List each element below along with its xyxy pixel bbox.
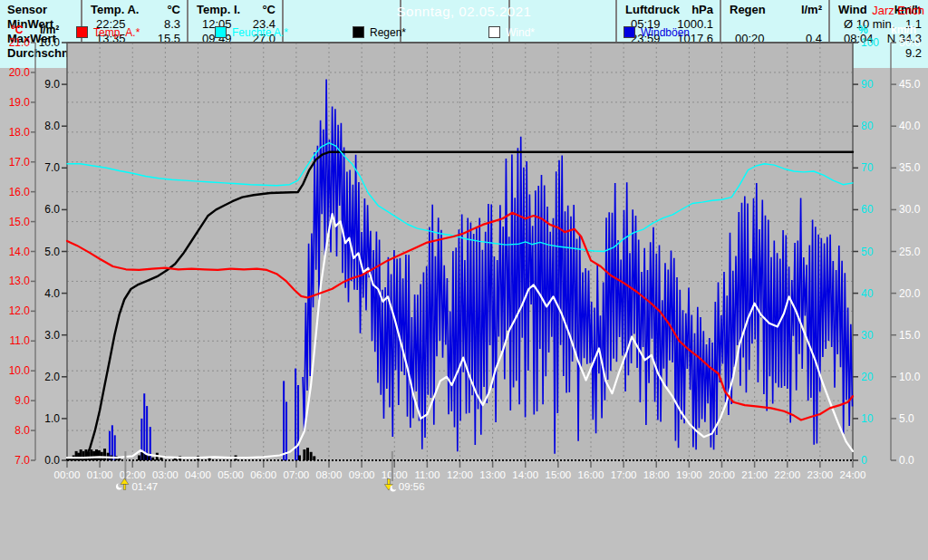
humidity-axis-unit: %	[858, 24, 868, 36]
rain-rate-bar	[95, 449, 98, 460]
wind-axis-unit: km/h	[891, 24, 916, 36]
axis-tick-label: 21:00	[741, 469, 768, 480]
axis-tick-label: 70	[861, 161, 874, 174]
axis-tick-label: 10	[861, 412, 874, 425]
axis-tick-label: 8.0	[44, 120, 60, 132]
rain-axis-unit: l/m²	[40, 24, 59, 36]
axis-tick-label: 17:00	[611, 469, 637, 480]
axis-tick-label: 14:00	[512, 469, 538, 480]
weather-app-screen: 21.020.019.018.017.016.015.014.013.012.0…	[0, 0, 928, 560]
rise-arrow-stem	[123, 485, 126, 490]
axis-tick-label: 5.0	[44, 246, 60, 258]
axis-tick-label: 01:00	[87, 469, 113, 480]
rain-rate-bar	[303, 449, 305, 460]
axis-tick-label: 30	[861, 329, 874, 342]
axis-tick-label: 50	[861, 246, 874, 258]
legend-label: Wind*	[506, 26, 535, 39]
axis-tick-label: 0.0	[899, 454, 914, 467]
axis-tick-label: 15:00	[545, 469, 571, 480]
legend-swatch	[624, 26, 635, 38]
axis-tick-label: 50.0	[899, 36, 921, 49]
axis-tick-label: 08:00	[316, 469, 343, 480]
axis-tick-label: 17.0	[9, 156, 31, 169]
axis-tick-label: 20.0	[899, 287, 921, 300]
legend-swatch	[488, 26, 500, 38]
marker-time-label: 09:56	[399, 481, 425, 492]
axis-tick-label: 30.0	[899, 203, 921, 216]
legend-swatch	[353, 26, 364, 38]
axis-tick-label: 8.0	[14, 424, 30, 437]
axis-tick-label: 11:00	[414, 469, 440, 480]
legend-item: Regen*	[353, 26, 406, 38]
axis-tick-label: 02:00	[120, 469, 146, 480]
legend-swatch	[215, 26, 227, 38]
axis-tick-label: 03:00	[152, 469, 179, 480]
legend-item: Temp. A.*	[76, 26, 140, 38]
axis-tick-label: 10.0	[9, 364, 31, 377]
set-arrow-stem	[388, 479, 391, 485]
legend-item: Wind*	[488, 26, 535, 38]
axis-tick-label: 90	[861, 78, 874, 91]
axis-tick-label: 4.0	[44, 287, 60, 300]
temp-axis-unit: °C	[11, 24, 23, 36]
axis-tick-label: 7.0	[44, 161, 60, 174]
legend-label: Regen*	[370, 26, 406, 39]
axis-tick-label: 45.0	[899, 78, 921, 91]
axis-tick-label: 18:00	[643, 469, 670, 480]
rain-rate-bar	[138, 455, 140, 460]
axis-tick-label: 9.0	[44, 78, 60, 91]
axis-tick-label: 10.0	[39, 36, 61, 49]
axis-tick-label: 13:00	[479, 469, 506, 480]
axis-tick-label: 14.0	[9, 246, 31, 258]
axis-tick-label: 00:00	[54, 469, 81, 480]
axis-tick-label: 80	[861, 120, 874, 132]
axis-tick-label: 16:00	[578, 469, 604, 480]
rain-rate-bar	[313, 456, 315, 460]
axis-tick-label: 60	[861, 203, 874, 216]
axis-tick-label: 5.0	[899, 412, 914, 425]
axis-tick-label: 12.0	[9, 304, 31, 317]
axis-tick-label: 12:00	[447, 469, 473, 480]
axis-tick-label: 05:00	[218, 469, 244, 480]
rain-rate-bar	[148, 456, 150, 460]
axis-tick-label: 09:00	[349, 469, 375, 480]
axis-tick-label: 19:00	[676, 469, 702, 480]
axis-tick-label: 20	[861, 371, 874, 383]
axis-tick-label: 21.0	[9, 36, 31, 49]
axis-tick-label: 7.0	[14, 454, 30, 467]
axis-tick-label: 100	[861, 36, 879, 49]
axis-tick-label: 9.0	[14, 394, 30, 407]
legend-label: Windböen	[641, 26, 690, 39]
rain-rate-bar	[141, 452, 144, 460]
axis-tick-label: 22:00	[774, 469, 800, 480]
axis-tick-label: 1.0	[44, 412, 60, 425]
axis-tick-label: 0	[861, 454, 867, 467]
rain-rate-bar	[151, 458, 154, 460]
legend-item: Feuchte A.*	[215, 26, 288, 38]
axis-tick-label: 20.0	[9, 66, 31, 79]
axis-tick-label: 40	[861, 287, 874, 300]
moon-icon-shadow	[392, 485, 398, 490]
legend-label: Temp. A.*	[93, 26, 140, 39]
axis-tick-label: 24:00	[840, 469, 866, 480]
weather-chart: 21.020.019.018.017.016.015.014.013.012.0…	[0, 0, 928, 492]
axis-tick-label: 2.0	[44, 371, 60, 383]
rain-rate-bar	[92, 451, 95, 460]
legend-item: Windböen	[624, 26, 690, 38]
rain-rate-bar	[103, 449, 106, 460]
rain-rate-bar	[298, 455, 301, 460]
axis-tick-label: 04:00	[185, 469, 211, 480]
rain-rate-bar	[310, 452, 313, 460]
axis-tick-label: 20:00	[709, 469, 735, 480]
axis-tick-label: 10:00	[382, 469, 408, 480]
axis-tick-label: 23:00	[807, 469, 833, 480]
axis-tick-label: 10.0	[899, 371, 921, 383]
axis-tick-label: 19.0	[9, 96, 31, 109]
rain-rate-bar	[98, 450, 101, 460]
axis-tick-label: 11.0	[10, 334, 31, 347]
legend-swatch	[76, 26, 88, 38]
station-owner-label: Jarz Erich	[872, 4, 924, 17]
axis-tick-label: 3.0	[44, 329, 60, 342]
page-title: Sonntag, 02.05.2021	[0, 4, 928, 19]
axis-tick-label: 6.0	[44, 203, 60, 216]
